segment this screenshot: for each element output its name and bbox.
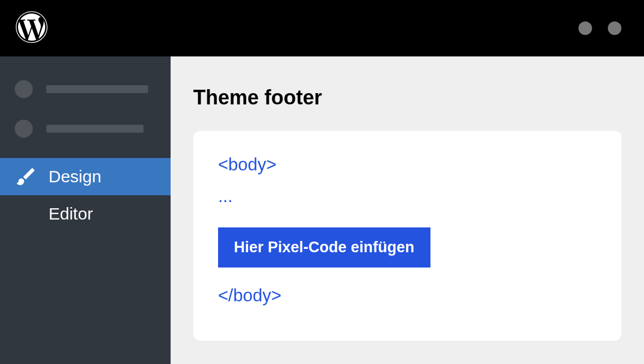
insert-pixel-code-callout: Hier Pixel-Code einfügen — [218, 227, 430, 267]
code-ellipsis: ... — [218, 185, 597, 208]
code-card: <body> ... Hier Pixel-Code einfügen </bo… — [193, 131, 621, 341]
code-open-tag: <body> — [218, 154, 597, 176]
placeholder-icon — [15, 80, 33, 98]
topbar-action-dot[interactable] — [608, 21, 621, 35]
sidebar-item-label: Design — [49, 167, 101, 186]
placeholder-label — [46, 125, 143, 133]
sidebar-item-design[interactable]: Design — [0, 158, 171, 195]
sidebar-item-label: Editor — [49, 204, 93, 223]
placeholder-icon — [15, 120, 33, 138]
brush-icon — [15, 165, 37, 188]
topbar-actions — [578, 21, 621, 35]
topbar-action-dot[interactable] — [578, 21, 592, 35]
sidebar: Design Editor — [0, 56, 171, 364]
topbar — [0, 0, 644, 56]
page-title: Theme footer — [193, 86, 621, 109]
wordpress-logo[interactable] — [16, 11, 47, 45]
code-close-tag: </body> — [218, 284, 597, 307]
sidebar-placeholder-item[interactable] — [0, 113, 171, 144]
sidebar-placeholder-item[interactable] — [0, 73, 171, 105]
main-content: Theme footer <body> ... Hier Pixel-Code … — [171, 56, 644, 364]
sidebar-item-editor[interactable]: Editor — [0, 195, 171, 233]
placeholder-label — [46, 85, 148, 93]
